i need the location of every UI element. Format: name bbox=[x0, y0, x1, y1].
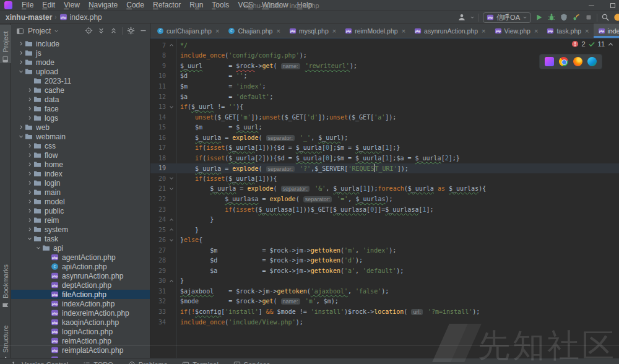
code-line-13[interactable]: 13if($_uurl != ''){ bbox=[150, 102, 619, 112]
close-icon[interactable]: × bbox=[402, 28, 405, 34]
tree-item-include[interactable]: include bbox=[11, 39, 150, 48]
fold-marker-icon[interactable] bbox=[166, 238, 176, 243]
tree-item-api[interactable]: api bbox=[11, 243, 150, 253]
tab-Chajian.php[interactable]: CChajian.php× bbox=[223, 24, 284, 38]
tree-item-reimAction.php[interactable]: phpreimAction.php bbox=[11, 336, 150, 345]
tree-item-indexAction.php[interactable]: phpindexAction.php bbox=[11, 299, 150, 308]
stripe-item-bookmarks[interactable]: Bookmarks bbox=[0, 263, 11, 309]
code-line-15[interactable]: 15 $m = $_uurl; bbox=[150, 122, 619, 132]
run-icon[interactable] bbox=[535, 13, 543, 22]
menu-view[interactable]: View bbox=[59, 0, 84, 11]
tab-curlChajian.php[interactable]: CcurlChajian.php× bbox=[152, 24, 223, 38]
chevron-down-icon[interactable] bbox=[17, 69, 25, 74]
menu-refactor[interactable]: Refactor bbox=[149, 0, 185, 11]
profiler-icon[interactable] bbox=[572, 13, 581, 22]
tree-item-apiAction.php[interactable]: CapiAction.php bbox=[11, 262, 150, 271]
tree-item-home[interactable]: home bbox=[11, 160, 150, 169]
chevron-right-icon[interactable] bbox=[26, 97, 33, 102]
search-icon[interactable] bbox=[601, 13, 610, 22]
code-line-24[interactable]: 24 } bbox=[150, 214, 619, 225]
tree-item-js[interactable]: js bbox=[11, 48, 150, 58]
gear-icon[interactable] bbox=[127, 27, 135, 35]
statusbar-todo[interactable]: TODO bbox=[83, 361, 113, 364]
close-icon[interactable]: × bbox=[332, 28, 336, 34]
expand-all-icon[interactable] bbox=[97, 27, 105, 35]
code-line-32[interactable]: 32$mode = $rock->get( name: 'm', $m); bbox=[150, 297, 619, 307]
chevron-right-icon[interactable] bbox=[26, 208, 33, 214]
tree-item-logs[interactable]: logs bbox=[11, 113, 150, 123]
fold-marker-icon[interactable] bbox=[166, 186, 176, 191]
tree-item-upload[interactable]: upload bbox=[11, 67, 150, 76]
tree-item-model[interactable]: model bbox=[11, 197, 150, 206]
statusbar-services[interactable]: Services bbox=[233, 361, 270, 364]
chevron-right-icon[interactable] bbox=[26, 227, 33, 232]
tree-item-data[interactable]: data bbox=[11, 95, 150, 104]
close-icon[interactable]: × bbox=[482, 28, 485, 34]
tree-item-deptAction.php[interactable]: phpdeptAction.php bbox=[11, 280, 150, 290]
close-icon[interactable]: × bbox=[276, 28, 280, 34]
code-line-7[interactable]: 7*/ bbox=[150, 40, 619, 51]
tree-item-flow[interactable]: flow bbox=[11, 150, 150, 160]
tree-item-reim[interactable]: reim bbox=[11, 215, 150, 225]
code-line-25[interactable]: 25 } bbox=[150, 225, 619, 235]
menu-code[interactable]: Code bbox=[122, 0, 149, 11]
tree-item-main[interactable]: main bbox=[11, 188, 150, 197]
chevron-right-icon[interactable] bbox=[26, 189, 33, 195]
debug-icon[interactable] bbox=[547, 13, 556, 22]
code-line-34[interactable]: 34include_once('include/View.php'); bbox=[150, 317, 619, 327]
chevron-down-icon[interactable] bbox=[35, 245, 42, 251]
chevron-right-icon[interactable] bbox=[17, 59, 25, 65]
maximize-icon[interactable] bbox=[610, 3, 615, 8]
tree-item-asynrunAction.php[interactable]: phpasynrunAction.php bbox=[11, 271, 150, 280]
tree-item-public[interactable]: public bbox=[11, 206, 150, 215]
code-line-28[interactable]: 28 $d = $rock->jm->gettoken('d'); bbox=[150, 255, 619, 266]
breadcrumb-project[interactable]: xinhu-master bbox=[6, 13, 52, 22]
code-line-10[interactable]: 10$d = ''; bbox=[150, 71, 619, 82]
menu-tools[interactable]: Tools bbox=[207, 0, 233, 11]
chevron-right-icon[interactable] bbox=[26, 115, 33, 121]
tree-item-fileAction.php[interactable]: phpfileAction.php bbox=[11, 290, 150, 299]
code-line-12[interactable]: 12$a = 'default'; bbox=[150, 92, 619, 102]
settings-orange-icon[interactable] bbox=[613, 13, 619, 22]
tree-item-system[interactable]: system bbox=[11, 225, 150, 234]
stripe-item-project[interactable]: Project bbox=[0, 25, 11, 63]
chevron-right-icon[interactable] bbox=[17, 50, 25, 56]
code-line-29[interactable]: 29 $a = $rock->jm->gettoken('a', 'defaul… bbox=[150, 266, 619, 276]
fold-marker-icon[interactable] bbox=[166, 227, 176, 232]
code-line-33[interactable]: 33if(!$config['install'] && $mode != 'in… bbox=[150, 306, 619, 317]
code-line-23[interactable]: 23 if(isset($_uurlasa[1]))$_GET[$_uurlas… bbox=[150, 204, 619, 215]
project-panel-title[interactable]: Project bbox=[28, 27, 51, 35]
tree-item-login[interactable]: login bbox=[11, 178, 150, 188]
code-line-14[interactable]: 14 unset($_GET['m']);unset($_GET['d']);u… bbox=[150, 112, 619, 123]
tree-item-web[interactable]: web bbox=[11, 123, 150, 132]
chevron-right-icon[interactable] bbox=[26, 152, 33, 158]
fold-marker-icon[interactable] bbox=[166, 279, 176, 284]
chevron-down-icon[interactable] bbox=[54, 28, 59, 33]
close-icon[interactable]: × bbox=[585, 28, 589, 34]
tree-item-2023-11[interactable]: 2023-11 bbox=[11, 76, 150, 85]
tree-item-indexreimAction.php[interactable]: phpindexreimAction.php bbox=[11, 308, 150, 318]
chevron-right-icon[interactable] bbox=[26, 217, 33, 223]
code-line-19[interactable]: 19 $_uurla = explode( separator: '?',$_S… bbox=[150, 163, 619, 174]
menu-navigate[interactable]: Navigate bbox=[84, 0, 122, 11]
tree-item-cache[interactable]: cache bbox=[11, 85, 150, 95]
code-line-31[interactable]: 31$ajaxbool = $rock->jm->gettoken('ajaxb… bbox=[150, 286, 619, 297]
menu-file[interactable]: File bbox=[17, 0, 38, 11]
tree-item-index[interactable]: index bbox=[11, 169, 150, 178]
code-line-20[interactable]: 20 if(isset($_uurla[1])){ bbox=[150, 173, 619, 184]
fold-marker-icon[interactable] bbox=[166, 217, 176, 222]
tree-item-agentAction.php[interactable]: phpagentAction.php bbox=[11, 253, 150, 262]
user-icon[interactable] bbox=[457, 13, 466, 22]
code-line-27[interactable]: 27 $m = $rock->jm->gettoken('m', 'index'… bbox=[150, 245, 619, 256]
locate-icon[interactable] bbox=[85, 27, 93, 35]
tree-item-kaoqinAction.php[interactable]: phpkaoqinAction.php bbox=[11, 318, 150, 327]
tab-reimModel.php[interactable]: phpreimModel.php× bbox=[340, 24, 410, 38]
breadcrumb-file[interactable]: index.php bbox=[70, 13, 102, 22]
tree-item-mode[interactable]: mode bbox=[11, 58, 150, 67]
stripe-item-structure[interactable]: Structure bbox=[0, 318, 11, 363]
coverage-icon[interactable] bbox=[560, 13, 568, 22]
statusbar-version-control[interactable]: Version Control bbox=[11, 361, 68, 364]
code-area[interactable]: 7*/8include_once('config/config.php');9$… bbox=[150, 39, 619, 358]
hidden-tabs-chevron-icon[interactable] bbox=[609, 27, 616, 34]
tab-View.php[interactable]: phpView.php× bbox=[490, 24, 543, 38]
